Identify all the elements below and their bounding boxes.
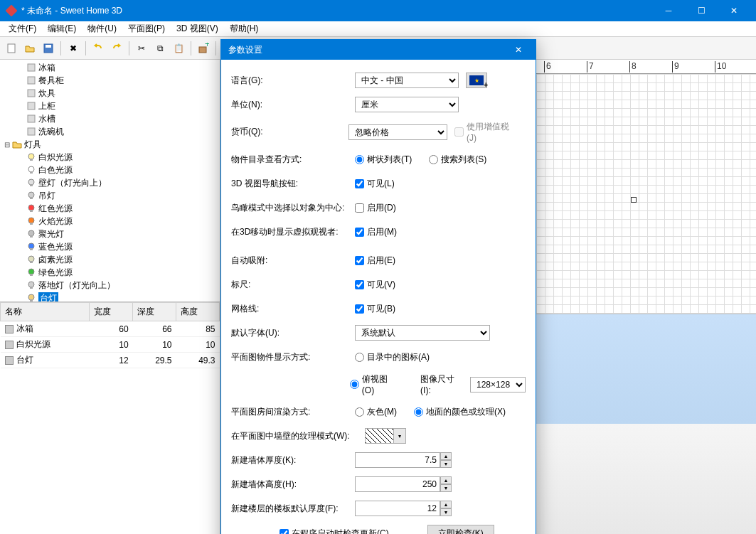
magnet-enable-checkbox[interactable]: 启用(E) [355,255,395,267]
menu-file[interactable]: 文件(F) [3,21,42,36]
furniture-icon-radio[interactable]: 目录中的图标(A) [355,351,430,363]
spin-up-icon[interactable]: ▲ [440,501,452,508]
tree-item[interactable]: 上柜 [0,100,220,112]
tree-item[interactable]: 白炽光源 [0,151,220,164]
tree-item[interactable]: 台灯 [0,292,220,301]
language-select[interactable]: 中文 - 中国 [355,73,459,88]
svg-rect-1 [8,44,15,53]
close-button[interactable]: ✕ [718,0,750,21]
wall-pattern-select[interactable]: ▾ [365,428,406,444]
observer-enable-checkbox[interactable]: 启用(M) [355,226,397,238]
room-gray-radio[interactable]: 灰色(M) [355,406,397,418]
table-row[interactable]: 冰箱606685 [1,321,220,337]
svg-rect-7 [28,77,35,84]
nav-visible-checkbox[interactable]: 可见(L) [355,178,395,190]
tree-item[interactable]: 落地灯（灯光向上） [0,279,220,292]
cut-button[interactable]: ✂ [133,40,150,57]
furniture-view-label: 平面图物件显示方式: [231,351,348,363]
tree-item[interactable]: 洗碗机 [0,125,220,138]
tree-category[interactable]: ⊟灯具 [0,138,220,151]
open-button[interactable] [21,40,38,57]
svg-rect-19 [30,197,33,199]
app-icon [6,5,17,16]
svg-rect-33 [30,287,33,289]
table-row[interactable]: 白炽光源101010 [1,337,220,353]
menu-furniture[interactable]: 物件(U) [82,21,122,36]
tree-item[interactable]: 餐具柜 [0,74,220,87]
svg-point-14 [28,166,34,172]
currency-select[interactable]: 忽略价格 [348,124,447,140]
tree-item[interactable]: 水槽 [0,112,220,125]
svg-rect-27 [30,248,33,250]
menu-edit[interactable]: 编辑(E) [42,21,82,36]
image-size-select[interactable]: 128×128 [470,377,526,393]
tree-item[interactable]: 蓝色光源 [0,240,220,253]
svg-point-18 [28,192,34,198]
save-button[interactable] [40,40,57,57]
tree-item[interactable]: 冰箱 [0,61,220,74]
font-select[interactable]: 系统默认 [355,325,490,341]
svg-rect-6 [28,64,35,71]
svg-point-24 [28,230,34,236]
check-updates-checkbox[interactable]: 在程序启动时检查更新(C) [279,528,389,535]
dialog-close-button[interactable]: ✕ [509,40,528,60]
catalog-tree-radio[interactable]: 树状列表(T) [355,154,412,166]
redo-button[interactable] [108,40,125,57]
furniture-top-radio[interactable]: 俯视图(O) [350,373,398,395]
room-floor-radio[interactable]: 地面的颜色或纹理(X) [414,406,506,418]
language-flag-button[interactable]: + [466,73,487,88]
grid-visible-checkbox[interactable]: 可见(B) [355,303,395,315]
catalog-tree[interactable]: 冰箱餐具柜炊具上柜水槽洗碗机⊟灯具白炽光源白色光源壁灯（灯光向上）吊灯红色光源火… [0,60,220,301]
preferences-button[interactable]: ✖ [65,40,82,57]
catalog-search-radio[interactable]: 搜索列表(S) [429,154,486,166]
floor-thick-spinner[interactable]: ▲▼ [355,501,452,516]
spin-up-icon[interactable]: ▲ [440,476,452,484]
tree-item[interactable]: 聚光灯 [0,228,220,240]
add-furniture-button[interactable]: + [195,40,212,57]
tree-item[interactable]: 吊灯 [0,189,220,202]
wall-pattern-label: 在平面图中墙壁的纹理模式(W): [231,430,358,442]
check-now-button[interactable]: 立即检查(K) [427,525,494,534]
spin-down-icon[interactable]: ▼ [440,508,452,516]
item-icon [26,62,37,73]
tree-item[interactable]: 红色光源 [0,202,220,215]
window-title: * 未命名 - Sweet Home 3D [21,5,652,17]
table-row[interactable]: 台灯1229.549.3 [1,353,220,368]
minimize-button[interactable]: ─ [652,0,685,21]
copy-button[interactable]: ⧉ [151,40,169,57]
ruler-label: 标尺: [231,279,348,291]
currency-label: 货币(Q): [231,126,341,138]
paste-button[interactable]: 📋 [170,40,187,57]
wall-height-spinner[interactable]: ▲▼ [355,476,452,492]
expander-icon[interactable]: ⊟ [3,141,11,149]
magnet-label: 自动吸附: [231,255,348,267]
placed-object[interactable] [631,197,637,203]
wall-thick-spinner[interactable]: ▲▼ [355,452,452,468]
menu-help[interactable]: 帮助(H) [224,21,265,36]
col-width[interactable]: 宽度 [90,303,133,321]
maximize-button[interactable]: ☐ [685,0,718,21]
dialog-titlebar[interactable]: 参数设置 ✕ [221,40,536,60]
new-button[interactable] [3,40,20,57]
tree-item[interactable]: 炊具 [0,87,220,100]
spin-down-icon[interactable]: ▼ [440,484,452,492]
item-icon [26,126,37,137]
menu-3dview[interactable]: 3D 视图(V) [171,21,224,36]
tree-item[interactable]: 火焰光源 [0,215,220,228]
col-name[interactable]: 名称 [1,303,90,321]
aerial-enable-checkbox[interactable]: 启用(D) [355,202,396,214]
tree-item[interactable]: 白色光源 [0,164,220,176]
furniture-table[interactable]: 名称 宽度 深度 高度 冰箱606685白炽光源101010台灯1229.549… [0,301,220,534]
undo-button[interactable] [90,40,107,57]
spin-down-icon[interactable]: ▼ [440,460,452,468]
tree-item[interactable]: 绿色光源 [0,266,220,279]
menu-plan[interactable]: 平面图(P) [122,21,171,36]
ruler-visible-checkbox[interactable]: 可见(V) [355,279,395,291]
col-height[interactable]: 高度 [176,303,220,321]
spin-up-icon[interactable]: ▲ [440,452,452,460]
tree-item[interactable]: 卤素光源 [0,253,220,266]
tree-item[interactable]: 壁灯（灯光向上） [0,176,220,189]
col-depth[interactable]: 深度 [133,303,176,321]
unit-select[interactable]: 厘米 [355,97,459,112]
vat-checkbox[interactable]: 使用增值税(J) [454,121,516,143]
